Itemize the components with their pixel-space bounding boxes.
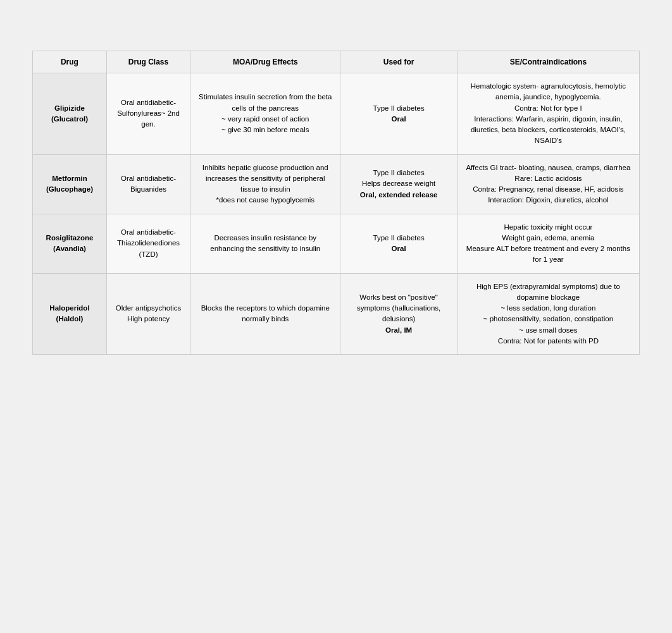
col-header-used-for: Used for bbox=[340, 51, 457, 73]
used-for-cell: Type II diabetesOral bbox=[340, 73, 457, 155]
drug-name-cell: Rosiglitazone (Avandia) bbox=[33, 214, 107, 273]
drug-name-cell: Glipizide (Glucatrol) bbox=[33, 73, 107, 155]
se-cell: Hepatic toxicity might occur Weight gain… bbox=[457, 214, 639, 273]
moa-cell: Stimulates insulin secretion from the be… bbox=[190, 73, 340, 155]
table-row: Haloperidol (Haldol)Older antipsychotics… bbox=[33, 273, 640, 355]
table-row: Glipizide (Glucatrol)Oral antidiabetic- … bbox=[33, 73, 640, 155]
drug-class-cell: Older antipsychotics High potency bbox=[106, 273, 190, 355]
drug-class-cell: Oral antidiabetic- Biguanides bbox=[106, 154, 190, 214]
se-cell: Affects GI tract- bloating, nausea, cram… bbox=[457, 154, 639, 214]
col-header-drug-class: Drug Class bbox=[106, 51, 190, 73]
col-header-se: SE/Contraindications bbox=[457, 51, 639, 73]
table-row: Rosiglitazone (Avandia)Oral antidiabetic… bbox=[33, 214, 640, 273]
drug-class-cell: Oral antidiabetic- Sulfonylureas~ 2nd ge… bbox=[106, 73, 190, 155]
drug-name-cell: Haloperidol (Haldol) bbox=[33, 273, 107, 355]
se-cell: Hematologic system- agranulocytosis, hem… bbox=[457, 73, 639, 155]
main-table-container: Drug Drug Class MOA/Drug Effects Used fo… bbox=[32, 51, 640, 355]
moa-cell: Decreases insulin resistance by enhancin… bbox=[190, 214, 340, 273]
used-for-cell: Type II diabetesOral bbox=[340, 214, 457, 273]
moa-cell: Blocks the receptors to which dopamine n… bbox=[190, 273, 340, 355]
table-row: Metformin (Glucophage)Oral antidiabetic-… bbox=[33, 154, 640, 214]
drug-name-cell: Metformin (Glucophage) bbox=[33, 154, 107, 214]
drug-table: Drug Drug Class MOA/Drug Effects Used fo… bbox=[32, 51, 640, 355]
moa-cell: Inhibits hepatic glucose production and … bbox=[190, 154, 340, 214]
used-for-cell: Works best on "positive" symptoms (hallu… bbox=[340, 273, 457, 355]
table-header-row: Drug Drug Class MOA/Drug Effects Used fo… bbox=[33, 51, 640, 73]
drug-class-cell: Oral antidiabetic- Thiazolidenediones (T… bbox=[106, 214, 190, 273]
se-cell: High EPS (extrapyramidal symptoms) due t… bbox=[457, 273, 639, 355]
col-header-drug: Drug bbox=[33, 51, 107, 73]
used-for-cell: Type II diabetesHelps decrease weightOra… bbox=[340, 154, 457, 214]
col-header-moa: MOA/Drug Effects bbox=[190, 51, 340, 73]
